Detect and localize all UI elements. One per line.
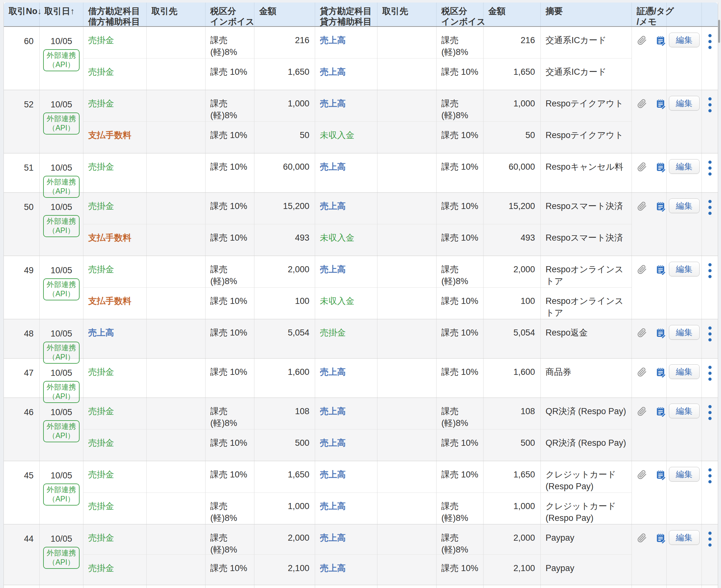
account-link[interactable]: 売上高 [320, 67, 346, 77]
memo-icon[interactable] [656, 162, 666, 172]
edit-button[interactable]: 編集 [669, 262, 700, 276]
kebab-menu-icon[interactable] [708, 97, 712, 112]
account-link[interactable]: 売上高 [320, 406, 346, 416]
debit-partner [147, 58, 205, 90]
header-no[interactable]: 取引No↓ [4, 3, 40, 26]
edit-button[interactable]: 編集 [669, 364, 700, 379]
account-link[interactable]: 未収入金 [320, 233, 355, 243]
paperclip-icon[interactable] [637, 328, 647, 338]
account-link[interactable]: 支払手数料 [88, 130, 131, 140]
memo-icon[interactable] [656, 35, 666, 46]
paperclip-icon[interactable] [637, 264, 647, 274]
header-date[interactable]: 取引日↑ [40, 3, 83, 26]
credit-partner-column [378, 398, 437, 461]
edit-button[interactable]: 編集 [669, 33, 700, 47]
account-link[interactable]: 支払手数料 [88, 233, 131, 243]
edit-cell: 編集 [667, 193, 702, 256]
transaction-row: 4710/05外部連携（API）売掛金課売 10%1,600売上高課売 10%1… [4, 359, 718, 398]
kebab-menu-icon[interactable] [708, 34, 712, 49]
edit-button[interactable]: 編集 [669, 467, 700, 482]
kebab-menu-icon[interactable] [708, 468, 712, 483]
account-link[interactable]: 未収入金 [320, 296, 355, 306]
account-link[interactable]: 売上高 [320, 470, 346, 479]
kebab-menu-icon[interactable] [708, 200, 712, 215]
account-link[interactable]: 売上高 [320, 265, 346, 274]
account-link[interactable]: 売上高 [320, 533, 346, 543]
memo-icon[interactable] [656, 201, 666, 212]
edit-button[interactable]: 編集 [669, 159, 700, 174]
account-link[interactable]: 売上高 [88, 328, 114, 337]
account-link[interactable]: 売上高 [320, 367, 346, 377]
transaction-date: 10/05 [40, 163, 83, 172]
account-link[interactable]: 売上高 [320, 201, 346, 211]
empty-cell [667, 585, 702, 588]
kebab-menu-icon[interactable] [708, 531, 712, 547]
debit-amount-value: 1,600 [288, 367, 310, 377]
account-link[interactable]: 売掛金 [88, 162, 114, 172]
scrollbar-thumb[interactable] [718, 20, 720, 43]
debit-amount-column: 1,600 [254, 359, 315, 398]
debit-partner [147, 122, 205, 153]
account-link[interactable]: 売掛金 [320, 328, 346, 337]
account-link[interactable]: 売上高 [320, 501, 346, 511]
paperclip-icon[interactable] [637, 367, 647, 377]
paperclip-icon[interactable] [637, 99, 647, 109]
badge-line: 外部連携 [47, 422, 76, 431]
kebab-menu-icon[interactable] [708, 365, 712, 381]
account-link[interactable]: 売掛金 [88, 265, 114, 274]
account-link[interactable]: 支払手数料 [88, 296, 131, 306]
account-link[interactable]: 売上高 [320, 36, 346, 45]
memo-icon[interactable] [656, 533, 666, 543]
transaction-date: 10/05 [40, 37, 83, 46]
account-link[interactable]: 売掛金 [88, 99, 114, 108]
credit-account: 売上高 [315, 359, 377, 398]
memo-icon[interactable] [656, 264, 666, 275]
account-link[interactable]: 売掛金 [88, 406, 114, 416]
paperclip-icon[interactable] [637, 35, 647, 45]
badge-line: （API） [47, 226, 76, 235]
debit-tax-category-value: 課売 10% [210, 563, 247, 573]
edit-button[interactable]: 編集 [669, 530, 700, 545]
paperclip-icon[interactable] [637, 201, 647, 211]
edit-button[interactable]: 編集 [669, 96, 700, 110]
account-link[interactable]: 売掛金 [88, 36, 114, 45]
paperclip-icon[interactable] [637, 406, 647, 416]
edit-button[interactable]: 編集 [669, 404, 700, 418]
account-link[interactable]: 売上高 [320, 438, 346, 448]
account-link[interactable]: 売掛金 [88, 201, 114, 211]
paperclip-icon[interactable] [637, 469, 647, 480]
edit-button[interactable]: 編集 [669, 198, 700, 213]
memo-icon[interactable] [656, 367, 666, 377]
account-link[interactable]: 売上高 [320, 99, 346, 108]
account-link[interactable]: 売掛金 [88, 501, 114, 511]
memo-icon[interactable] [656, 328, 666, 338]
account-link[interactable]: 売掛金 [88, 367, 114, 377]
empty-cell [83, 585, 147, 588]
account-link[interactable]: 売掛金 [88, 438, 114, 448]
kebab-menu-icon[interactable] [708, 263, 712, 278]
account-link[interactable]: 売掛金 [88, 533, 114, 543]
memo-icon[interactable] [656, 406, 666, 417]
memo-icon[interactable] [656, 469, 666, 480]
paperclip-icon[interactable] [637, 533, 647, 543]
memo-icon[interactable] [656, 99, 666, 109]
kebab-menu-icon[interactable] [708, 326, 712, 342]
summary-text-value: Respoオンラインストア [546, 296, 623, 318]
debit-tax-category: 課売 (軽)8% [206, 256, 254, 287]
account-link[interactable]: 売上高 [320, 162, 346, 172]
account-link[interactable]: 未収入金 [320, 130, 355, 140]
paperclip-icon[interactable] [637, 162, 647, 172]
account-link[interactable]: 売掛金 [88, 563, 114, 573]
badge-line: 外部連携 [47, 177, 76, 187]
kebab-menu-icon[interactable] [708, 161, 712, 176]
credit-amount: 2,100 [484, 554, 540, 585]
account-link[interactable]: 売掛金 [88, 470, 114, 479]
debit-tax-category-value: 課売 (軽)8% [210, 533, 237, 554]
account-link[interactable]: 売掛金 [88, 67, 114, 77]
edit-cell: 編集 [667, 27, 702, 90]
account-link[interactable]: 売上高 [320, 563, 346, 573]
kebab-menu-icon[interactable] [708, 405, 712, 420]
credit-partner-column [378, 27, 437, 90]
edit-button[interactable]: 編集 [669, 325, 700, 340]
credit-tax-category-value: 課売 (軽)8% [441, 533, 468, 554]
